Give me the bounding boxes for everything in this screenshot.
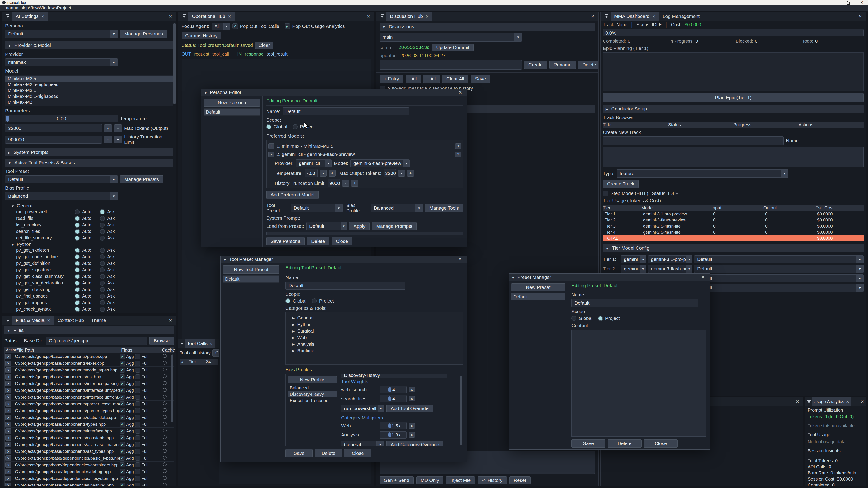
composer-button[interactable]: -> History bbox=[477, 477, 506, 484]
tab-close-icon[interactable] bbox=[209, 341, 213, 346]
tier-provider-dropdown[interactable]: gemini bbox=[621, 265, 646, 273]
delete-preset-button[interactable]: Delete bbox=[608, 440, 642, 448]
menu-item[interactable]: View bbox=[29, 5, 39, 10]
ask-radio[interactable] bbox=[100, 287, 105, 292]
tab-tool-calls[interactable]: Tool Calls bbox=[185, 339, 215, 348]
agg-checkbox[interactable] bbox=[120, 381, 125, 386]
scrollbar[interactable] bbox=[171, 355, 173, 422]
dock-menu-icon[interactable] bbox=[380, 14, 384, 19]
tool-preset-list-item[interactable]: Default bbox=[223, 275, 279, 283]
track-description-input[interactable] bbox=[603, 147, 864, 167]
ask-radio[interactable] bbox=[100, 209, 105, 215]
tier-preset-dropdown[interactable]: Default bbox=[694, 265, 864, 273]
ask-radio[interactable] bbox=[100, 267, 105, 272]
history-limit-increment[interactable]: + bbox=[114, 136, 122, 143]
full-checkbox[interactable] bbox=[135, 354, 140, 359]
auto-radio[interactable] bbox=[75, 209, 80, 215]
multiplier-slider[interactable]: 1.5x bbox=[379, 422, 407, 429]
rename-discussion-button[interactable]: Rename bbox=[549, 61, 576, 69]
tier-preset-dropdown[interactable]: Default bbox=[694, 284, 864, 292]
remove-file-button[interactable]: x bbox=[5, 408, 11, 414]
full-checkbox[interactable] bbox=[135, 415, 140, 420]
ask-radio[interactable] bbox=[100, 274, 105, 279]
auto-radio[interactable] bbox=[75, 216, 80, 221]
delete-tool-preset-button[interactable]: Delete bbox=[315, 449, 342, 457]
dock-menu-icon[interactable] bbox=[182, 14, 186, 19]
remove-file-button[interactable]: x bbox=[5, 469, 11, 475]
composer-button[interactable]: Reset bbox=[509, 477, 530, 484]
category-override-dropdown[interactable]: General bbox=[341, 441, 384, 446]
agg-checkbox[interactable] bbox=[120, 354, 125, 359]
discussion-name-input[interactable] bbox=[379, 60, 522, 70]
scrollbar[interactable] bbox=[460, 376, 462, 445]
agg-checkbox[interactable] bbox=[120, 435, 125, 440]
manage-tools-button[interactable]: Manage Tools bbox=[425, 204, 463, 212]
temp-decrement[interactable]: - bbox=[320, 170, 327, 177]
agg-checkbox[interactable] bbox=[120, 469, 125, 474]
tool-preset-dropdown[interactable]: Default bbox=[291, 204, 343, 212]
profile-list-item[interactable]: Discovery-Heavy bbox=[287, 391, 337, 397]
auto-radio[interactable] bbox=[75, 307, 80, 312]
base-dir-input[interactable]: C:/projects/gencpp bbox=[46, 337, 147, 345]
ask-radio[interactable] bbox=[100, 300, 105, 305]
preset-list-item[interactable]: Default bbox=[511, 293, 565, 300]
full-checkbox[interactable] bbox=[135, 422, 140, 427]
bias-profile-dropdown[interactable]: Balanced bbox=[5, 192, 118, 200]
full-checkbox[interactable] bbox=[135, 381, 140, 386]
dialog-close-icon[interactable] bbox=[456, 90, 464, 95]
ask-radio[interactable] bbox=[100, 281, 105, 286]
ask-radio[interactable] bbox=[100, 216, 105, 221]
remove-file-button[interactable]: x bbox=[5, 462, 11, 468]
focus-agent-dropdown[interactable]: All bbox=[212, 23, 230, 30]
weight-slider[interactable]: 4 bbox=[379, 395, 407, 402]
create-track-button[interactable]: Create Track bbox=[603, 180, 639, 188]
auto-radio[interactable] bbox=[75, 294, 80, 299]
max-tokens-decrement[interactable]: - bbox=[104, 125, 112, 132]
ask-radio[interactable] bbox=[100, 254, 105, 259]
agg-checkbox[interactable] bbox=[120, 408, 125, 413]
update-commit-button[interactable]: Update Commit bbox=[432, 44, 473, 51]
dock-menu-icon[interactable] bbox=[180, 341, 184, 346]
scrollbar[interactable] bbox=[174, 23, 176, 104]
auto-radio[interactable] bbox=[75, 236, 80, 240]
hist-increment[interactable]: + bbox=[351, 180, 358, 187]
discussions-section-header[interactable]: Discussions bbox=[379, 23, 595, 31]
full-checkbox[interactable] bbox=[135, 395, 140, 400]
agg-checkbox[interactable] bbox=[120, 361, 125, 366]
remove-file-button[interactable]: x bbox=[5, 449, 11, 454]
model-remove-button[interactable]: x bbox=[455, 152, 461, 157]
full-checkbox[interactable] bbox=[135, 401, 140, 406]
composer-button[interactable]: Inject File bbox=[446, 477, 475, 484]
temperature-input[interactable]: -0.0 bbox=[305, 169, 318, 177]
category-item[interactable]: Python bbox=[286, 321, 463, 328]
persona-list-item[interactable]: Default bbox=[204, 108, 260, 116]
remove-weight-button[interactable]: x bbox=[409, 396, 415, 401]
tab-log-management[interactable]: Log Management bbox=[659, 12, 703, 21]
step-mode-checkbox[interactable] bbox=[603, 191, 608, 196]
history-action-button[interactable]: Clear All bbox=[442, 75, 468, 83]
dialog-close-icon[interactable] bbox=[456, 257, 464, 262]
multiplier-slider[interactable]: 1.3x bbox=[379, 431, 407, 438]
agg-checkbox[interactable] bbox=[120, 401, 125, 406]
maxout-increment[interactable]: + bbox=[407, 170, 414, 177]
create-discussion-button[interactable]: Create bbox=[524, 61, 547, 69]
scope-global-radio[interactable] bbox=[571, 316, 577, 321]
browse-button[interactable]: Browse bbox=[149, 337, 174, 345]
tab-files-media[interactable]: Files & Media bbox=[12, 316, 54, 325]
full-checkbox[interactable] bbox=[135, 435, 140, 440]
preset-content-textarea[interactable] bbox=[571, 330, 706, 437]
delete-persona-button[interactable]: Delete bbox=[307, 237, 329, 246]
history-action-button[interactable]: Save bbox=[471, 75, 490, 83]
dialog-titlebar[interactable]: Preset Manager bbox=[509, 273, 710, 281]
manage-personas-button[interactable]: Manage Personas bbox=[120, 30, 167, 38]
ask-radio[interactable] bbox=[100, 236, 105, 240]
auto-radio[interactable] bbox=[75, 300, 80, 305]
panel-close-button[interactable] bbox=[794, 399, 801, 404]
model-list-item[interactable]: MiniMax-M2.5 bbox=[5, 76, 173, 82]
comms-history-tab[interactable]: Comms History bbox=[182, 32, 221, 39]
temp-increment[interactable]: + bbox=[329, 170, 336, 177]
system-prompt-textarea[interactable] bbox=[266, 232, 463, 235]
apply-button[interactable]: Apply bbox=[349, 222, 370, 230]
scope-project-radio[interactable] bbox=[598, 316, 603, 321]
profile-list-item[interactable]: Balanced bbox=[287, 385, 337, 391]
